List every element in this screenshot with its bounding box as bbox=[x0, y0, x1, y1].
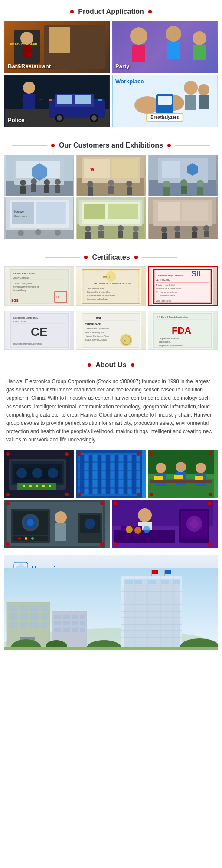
svg-rect-105 bbox=[158, 202, 180, 221]
about-line-left bbox=[49, 365, 83, 365]
svg-rect-6 bbox=[23, 45, 31, 58]
header-dot-left bbox=[70, 10, 74, 13]
header-line-right bbox=[156, 12, 191, 12]
svg-point-63 bbox=[126, 181, 132, 187]
svg-point-45 bbox=[20, 180, 26, 186]
customers-section: Our Customers and Exhibitions bbox=[0, 134, 222, 246]
svg-point-47 bbox=[31, 178, 37, 184]
svg-rect-303 bbox=[41, 605, 48, 611]
breathalyzer-badge: Breathalyzers bbox=[146, 113, 183, 122]
svg-rect-228 bbox=[174, 475, 183, 479]
svg-rect-182 bbox=[15, 468, 59, 479]
attestation-cert-illustration: BKC LETTER OF COMMENDATION This certifie… bbox=[81, 268, 141, 305]
svg-rect-97 bbox=[98, 231, 104, 238]
svg-point-5 bbox=[20, 32, 33, 45]
svg-point-190 bbox=[65, 452, 69, 456]
svg-rect-46 bbox=[20, 186, 26, 194]
svg-rect-56 bbox=[84, 159, 110, 178]
about-cell-lab-2 bbox=[112, 500, 218, 548]
exhibition-1-illustration bbox=[6, 155, 73, 196]
about-cell-manufacturing-2 bbox=[76, 450, 146, 498]
svg-point-269 bbox=[114, 542, 117, 546]
svg-text:LETTER OF COMMENDATION: LETTER OF COMMENDATION bbox=[94, 282, 131, 285]
manufacturing-3-illustration bbox=[148, 450, 214, 498]
svg-rect-318 bbox=[80, 615, 85, 619]
svg-rect-297 bbox=[173, 580, 180, 584]
svg-point-256 bbox=[138, 508, 152, 522]
svg-rect-227 bbox=[154, 476, 163, 480]
svg-rect-108 bbox=[162, 233, 167, 239]
svg-point-240 bbox=[27, 519, 34, 526]
svg-point-262 bbox=[143, 526, 150, 533]
about-text: Hanwei Electronics Group Corporation (St… bbox=[0, 374, 222, 450]
svg-text:Hanwei: Hanwei bbox=[14, 210, 25, 213]
svg-rect-293 bbox=[125, 580, 133, 584]
party-label: Party bbox=[115, 63, 130, 69]
svg-rect-48 bbox=[31, 184, 36, 192]
svg-point-261 bbox=[134, 527, 141, 534]
exhibition-2-illustration: W bbox=[77, 155, 144, 196]
svg-point-22 bbox=[57, 115, 62, 121]
svg-point-109 bbox=[174, 226, 180, 232]
cert-cell-ce: European Conformity CERTIFICATE CE Issue… bbox=[4, 311, 74, 350]
exhibition-cell-5 bbox=[76, 197, 146, 239]
svg-rect-19 bbox=[57, 95, 72, 104]
svg-point-73 bbox=[180, 179, 187, 186]
svg-point-244 bbox=[31, 537, 34, 540]
svg-rect-3 bbox=[49, 27, 70, 53]
svg-rect-333 bbox=[152, 570, 158, 574]
svg-point-49 bbox=[44, 179, 50, 185]
svg-rect-309 bbox=[20, 622, 28, 628]
customers-dot-right bbox=[167, 144, 171, 147]
exhibition-cell-1 bbox=[4, 155, 74, 196]
exhibition-grid: W bbox=[0, 155, 222, 246]
svg-point-85 bbox=[18, 230, 24, 236]
svg-point-111 bbox=[192, 226, 198, 232]
svg-rect-323 bbox=[54, 628, 61, 632]
cert-cell-fda: U.S. Food & Drug Administration FDA Regi… bbox=[148, 311, 218, 350]
svg-point-253 bbox=[100, 542, 104, 546]
svg-text:bsi.: bsi. bbox=[96, 316, 102, 320]
exhibition-cell-2: W bbox=[76, 155, 146, 196]
svg-rect-311 bbox=[41, 622, 48, 628]
svg-point-61 bbox=[108, 180, 114, 186]
svg-text:This is to certify that: This is to certify that bbox=[85, 331, 104, 334]
svg-rect-25 bbox=[49, 99, 52, 101]
svg-text:This certifies that...: This certifies that... bbox=[87, 287, 105, 290]
svg-text:W: W bbox=[90, 167, 95, 172]
svg-rect-114 bbox=[204, 231, 209, 237]
svg-rect-319 bbox=[54, 621, 61, 625]
about-images-bottom bbox=[0, 500, 222, 555]
customers-line-left bbox=[12, 145, 47, 146]
svg-point-191 bbox=[6, 493, 10, 496]
svg-rect-315 bbox=[54, 615, 61, 619]
svg-rect-212 bbox=[78, 487, 140, 489]
svg-point-260 bbox=[126, 526, 133, 533]
svg-rect-258 bbox=[114, 530, 175, 543]
svg-rect-37 bbox=[185, 95, 196, 110]
exhibition-cell-3 bbox=[148, 155, 218, 196]
svg-point-268 bbox=[208, 502, 211, 505]
svg-rect-52 bbox=[55, 185, 60, 193]
svg-text:Registered Establishment: Registered Establishment bbox=[159, 344, 184, 347]
about-cell-manufacturing-3 bbox=[148, 450, 218, 498]
svg-point-113 bbox=[203, 225, 209, 231]
svg-rect-50 bbox=[44, 185, 49, 193]
cert-grid-row1: Hanwei Electronics Quality Certificate T… bbox=[0, 266, 222, 309]
svg-point-216 bbox=[137, 493, 140, 496]
customers-dot-left bbox=[51, 144, 55, 147]
svg-text:Electronics: Electronics bbox=[14, 215, 27, 217]
svg-rect-93 bbox=[108, 204, 138, 219]
svg-point-10 bbox=[166, 26, 181, 42]
manufacturing-1-illustration bbox=[4, 450, 70, 498]
svg-point-100 bbox=[133, 226, 139, 232]
svg-rect-210 bbox=[78, 470, 140, 471]
cert-cell-attestation: BKC LETTER OF COMMENDATION This certifie… bbox=[76, 266, 146, 306]
svg-text:the management system of: the management system of bbox=[13, 286, 39, 288]
svg-point-213 bbox=[78, 452, 81, 456]
svg-text:Registration Number:: Registration Number: bbox=[159, 337, 179, 340]
svg-point-233 bbox=[209, 493, 212, 496]
lab-1-illustration bbox=[4, 500, 105, 548]
svg-rect-226 bbox=[150, 480, 212, 483]
workplace-label: Workplace bbox=[115, 78, 144, 85]
